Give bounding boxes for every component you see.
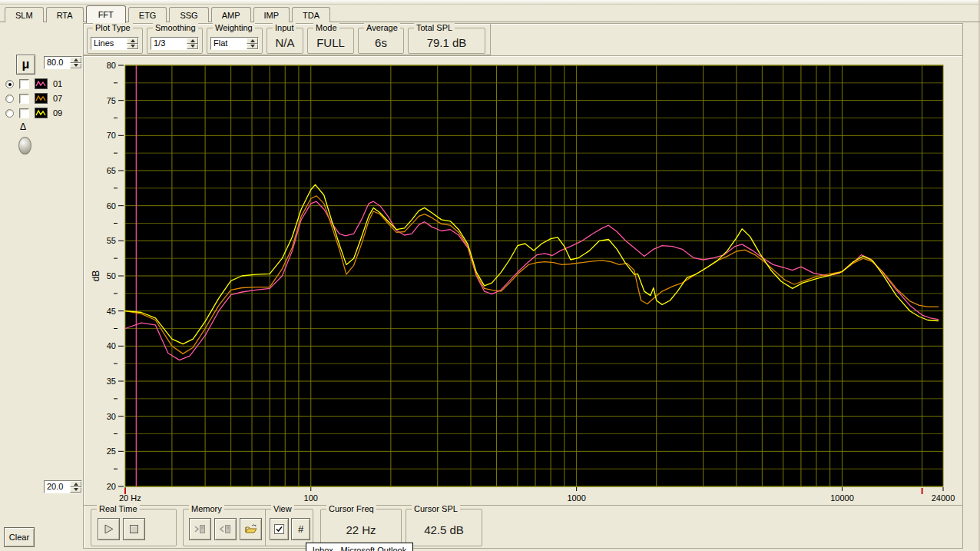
y-min-up-button[interactable]: [70, 481, 81, 487]
svg-text:10000: 10000: [830, 493, 854, 503]
svg-text:20 Hz: 20 Hz: [119, 493, 141, 503]
trace-07-checkbox[interactable]: [19, 94, 29, 104]
plot-type-down-button[interactable]: [127, 44, 138, 50]
weighting-up-button[interactable]: [247, 38, 258, 44]
group-mode: Mode FULL: [307, 28, 354, 54]
smoothing-down-button[interactable]: [187, 44, 198, 50]
trace-01-label: 01: [53, 79, 62, 88]
up-arrow-icon: [74, 58, 78, 61]
stop-icon: [127, 523, 141, 536]
trace-row-07: 07: [5, 92, 62, 105]
weighting-spinner[interactable]: Flat: [210, 37, 259, 50]
up-arrow-icon: [131, 39, 135, 42]
view-grid-toggle-button[interactable]: [270, 518, 289, 540]
weighting-down-button[interactable]: [247, 44, 258, 50]
trace-row-09: 09: [5, 107, 62, 119]
tab-bar: SLM RTA FFT ETG SSG AMP IMP TDA: [5, 5, 333, 22]
tab-ssg[interactable]: SSG: [169, 7, 208, 22]
y-min-spinner[interactable]: 20.0: [44, 480, 82, 493]
y-max-value: 80.0: [45, 57, 70, 68]
group-average-label: Average: [364, 23, 400, 32]
cursor-spl-value: 42.5 dB: [406, 510, 482, 546]
cursor-freq-value: 22 Hz: [321, 510, 401, 546]
weighting-value: Flat: [211, 38, 247, 49]
smoothing-value: 1/3: [151, 38, 187, 49]
up-arrow-icon: [74, 483, 78, 486]
stop-button[interactable]: [123, 518, 145, 540]
taskbar-tooltip-clipped: Inbox - Microsoft Outlook: [306, 543, 413, 551]
y-max-down-button[interactable]: [70, 63, 81, 69]
group-view: View #: [265, 509, 313, 546]
open-file-button[interactable]: [240, 518, 262, 540]
svg-text:75: 75: [107, 96, 116, 105]
tab-imp[interactable]: IMP: [253, 7, 290, 22]
svg-text:24000: 24000: [932, 493, 955, 503]
trace-07-radio[interactable]: [5, 95, 14, 103]
down-arrow-icon: [250, 45, 255, 48]
tab-slm[interactable]: SLM: [5, 7, 44, 22]
play-icon: [102, 523, 115, 536]
group-smoothing-label: Smoothing: [153, 23, 198, 32]
group-cursor-freq: Cursor Freq 22 Hz: [320, 509, 402, 546]
smoothing-spinner[interactable]: 1/3: [151, 37, 199, 50]
group-smoothing: Smoothing 1/3: [147, 28, 203, 54]
tab-etg[interactable]: ETG: [128, 7, 167, 22]
group-cursor-spl-label: Cursor SPL: [412, 504, 460, 513]
group-cursor-spl: Cursor SPL 42.5 dB: [406, 509, 482, 546]
tab-amp[interactable]: AMP: [211, 7, 251, 22]
window-top-edge: [0, 0, 980, 5]
down-arrow-icon: [74, 488, 78, 491]
plot-type-up-button[interactable]: [127, 38, 138, 44]
tab-rta[interactable]: RTA: [46, 7, 84, 22]
svg-text:50: 50: [107, 271, 116, 280]
tab-tda[interactable]: TDA: [292, 7, 330, 22]
down-arrow-icon: [74, 64, 78, 67]
svg-text:dB: dB: [91, 271, 101, 282]
y-min-down-button[interactable]: [70, 487, 81, 493]
group-average: Average 6s: [358, 28, 404, 54]
svg-text:20: 20: [107, 482, 116, 491]
svg-text:45: 45: [107, 307, 116, 316]
svg-text:80: 80: [107, 61, 116, 70]
trace-09-swatch[interactable]: [35, 108, 48, 118]
memory-store-forward-button[interactable]: [189, 518, 211, 540]
y-min-value: 20.0: [45, 481, 70, 493]
clear-button[interactable]: Clear: [4, 527, 35, 547]
view-number-button[interactable]: #: [291, 518, 310, 540]
trace-01-swatch[interactable]: [35, 78, 48, 89]
fft-spectrum-plot[interactable]: 2025303540455055606570758020 Hz100100010…: [88, 58, 972, 511]
trace-09-radio[interactable]: [5, 109, 14, 118]
y-max-up-button[interactable]: [70, 57, 81, 63]
step-into-memory-icon: [194, 523, 207, 536]
svg-text:100: 100: [304, 493, 318, 503]
delta-symbol: Δ: [20, 121, 26, 132]
balance-knob[interactable]: [18, 137, 31, 154]
plot-type-spinner[interactable]: Lines: [91, 37, 139, 50]
group-view-label: View: [271, 504, 294, 513]
group-mode-label: Mode: [313, 23, 339, 32]
trace-01-checkbox[interactable]: [19, 79, 29, 89]
smoothing-up-button[interactable]: [187, 38, 198, 44]
group-real-time-label: Real Time: [97, 504, 140, 513]
group-plot-type: Plot Type Lines: [87, 28, 143, 54]
memory-recall-back-button[interactable]: [214, 518, 237, 540]
trace-01-radio[interactable]: [5, 80, 14, 88]
play-button[interactable]: [98, 518, 120, 540]
up-arrow-icon: [250, 39, 255, 42]
trace-09-checkbox[interactable]: [19, 108, 29, 118]
svg-text:60: 60: [107, 201, 116, 211]
trace-07-swatch[interactable]: [35, 93, 48, 104]
down-arrow-icon: [190, 45, 195, 48]
svg-text:65: 65: [107, 166, 116, 175]
tab-fft[interactable]: FFT: [86, 5, 126, 23]
svg-text:35: 35: [107, 377, 116, 386]
group-cursor-freq-label: Cursor Freq: [326, 504, 376, 513]
mu-button[interactable]: μ: [16, 55, 35, 75]
group-weighting: Weighting Flat: [207, 28, 263, 54]
svg-text:40: 40: [107, 341, 116, 350]
group-plot-type-label: Plot Type: [93, 23, 133, 32]
group-input-label: Input: [273, 23, 296, 32]
svg-text:1000: 1000: [567, 493, 585, 503]
step-from-memory-icon: [219, 523, 232, 536]
y-max-spinner[interactable]: 80.0: [44, 56, 82, 69]
